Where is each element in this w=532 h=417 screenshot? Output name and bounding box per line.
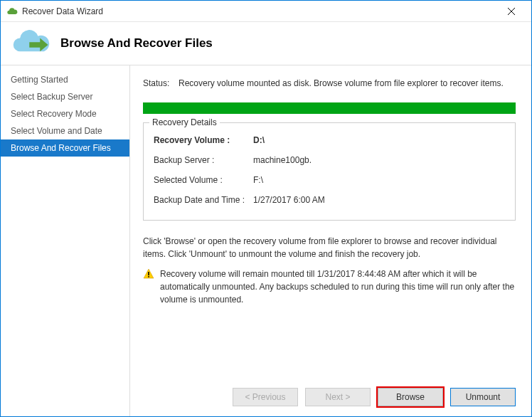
sidebar-item-select-volume-date[interactable]: Select Volume and Date: [1, 122, 129, 139]
detail-value: D:\: [253, 135, 265, 145]
previous-button: < Previous: [233, 388, 298, 406]
titlebar: Recover Data Wizard: [1, 1, 531, 22]
svg-rect-0: [148, 272, 149, 275]
recovery-details-legend: Recovery Details: [149, 117, 220, 127]
footer: < Previous Next > Browse Unmount: [233, 388, 516, 406]
detail-row-backup-server: Backup Server : machine100gb.: [154, 150, 505, 170]
status-text: Recovery volume mounted as disk. Browse …: [179, 78, 504, 88]
warning-row: Recovery volume will remain mounted till…: [143, 268, 516, 306]
sidebar-item-select-backup-server[interactable]: Select Backup Server: [1, 88, 129, 105]
detail-key: Backup Server :: [154, 155, 253, 165]
detail-key: Backup Date and Time :: [154, 195, 253, 205]
browse-button[interactable]: Browse: [378, 388, 443, 406]
unmount-button[interactable]: Unmount: [450, 388, 516, 406]
warning-icon: [143, 268, 154, 280]
detail-row-selected-volume: Selected Volume : F:\: [154, 170, 505, 190]
sidebar-item-browse-recover[interactable]: Browse And Recover Files: [1, 139, 129, 157]
status-row: Status: Recovery volume mounted as disk.…: [143, 78, 516, 88]
content: Status: Recovery volume mounted as disk.…: [129, 65, 531, 416]
detail-key: Selected Volume :: [154, 175, 253, 185]
instruction-text: Click 'Browse' or open the recovery volu…: [143, 235, 516, 260]
close-icon: [508, 8, 515, 15]
detail-value: machine100gb.: [253, 155, 312, 165]
recovery-details: Recovery Details Recovery Volume : D:\ B…: [143, 122, 516, 221]
detail-row-recovery-volume: Recovery Volume : D:\: [154, 130, 505, 150]
sidebar-item-select-recovery-mode[interactable]: Select Recovery Mode: [1, 105, 129, 122]
next-button: Next >: [305, 388, 371, 406]
cloud-logo-icon: [11, 26, 53, 60]
detail-row-backup-datetime: Backup Date and Time : 1/27/2017 6:00 AM: [154, 190, 505, 210]
detail-value: F:\: [253, 175, 263, 185]
svg-rect-1: [148, 276, 149, 278]
sidebar: Getting Started Select Backup Server Sel…: [1, 65, 129, 416]
detail-value: 1/27/2017 6:00 AM: [253, 195, 325, 205]
cloud-icon: [6, 6, 18, 17]
detail-key: Recovery Volume :: [154, 135, 253, 145]
sidebar-item-getting-started[interactable]: Getting Started: [1, 71, 129, 88]
progress-bar: [143, 102, 516, 114]
window-title: Recover Data Wizard: [22, 6, 497, 16]
page-title: Browse And Recover Files: [60, 36, 213, 51]
main: Getting Started Select Backup Server Sel…: [1, 65, 531, 416]
close-button[interactable]: [497, 1, 526, 22]
status-label: Status:: [143, 78, 179, 88]
warning-text: Recovery volume will remain mounted till…: [160, 268, 516, 306]
header: Browse And Recover Files: [1, 22, 531, 65]
